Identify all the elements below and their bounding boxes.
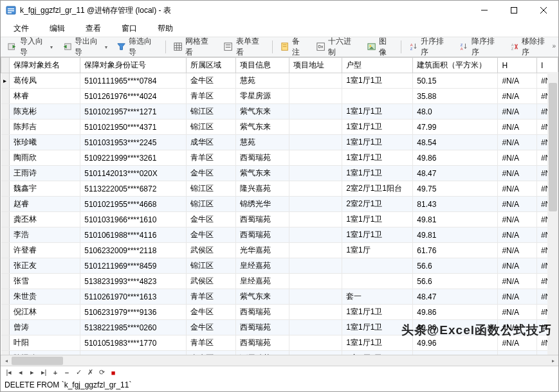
cell[interactable] (342, 89, 413, 104)
vertical-scrollbar[interactable] (547, 72, 558, 355)
table-row[interactable]: 陶雨欣5109221999****3261青羊区西蜀瑞苑1室1厅1卫49.86#… (1, 150, 558, 166)
cell[interactable]: #N/A (498, 305, 537, 320)
sort-desc-button[interactable]: ZA降序排序 (455, 35, 504, 59)
cell[interactable]: 锦江区 (187, 258, 236, 274)
table-row[interactable]: 王雨诗5101142013****020X金牛区紫气东来1室1厅1卫48.47#… (1, 166, 558, 181)
cell[interactable]: 慧苑 (236, 135, 289, 150)
cell[interactable]: 1室1厅1卫 (342, 335, 413, 351)
cell[interactable]: 葛传凤 (10, 73, 80, 89)
cell[interactable]: #N/A (498, 197, 537, 212)
cell[interactable]: #N/A (498, 150, 537, 166)
cell[interactable]: 35.88 (413, 89, 498, 104)
cell[interactable]: 1室1厅1卫 (342, 104, 413, 120)
cell[interactable]: 1室1厅1卫 (342, 227, 413, 243)
cell[interactable]: #N/A (498, 320, 537, 335)
cell[interactable]: 5101051983****1770 (80, 335, 187, 351)
column-header[interactable]: 保障对象身份证号 (80, 58, 187, 73)
table-row[interactable]: 葛传凤5101111965****0784金牛区慧苑1室1厅1卫50.15#N/… (1, 73, 558, 89)
cell[interactable]: 1室1厅1卫 (342, 166, 413, 181)
cell[interactable]: 2室2厅1卫1阳台 (342, 181, 413, 197)
row-header[interactable] (1, 166, 10, 181)
menu-view[interactable]: 查看 (75, 21, 111, 37)
cell[interactable]: 5138231993****4823 (80, 274, 187, 289)
column-header[interactable]: 户型 (342, 58, 413, 73)
cell[interactable] (289, 166, 342, 181)
maximize-button[interactable] (499, 1, 529, 20)
cell[interactable]: 套一 (342, 289, 413, 305)
cell[interactable]: 49.96 (413, 335, 498, 351)
cell[interactable]: 5106231979****9136 (80, 305, 187, 320)
cell[interactable] (289, 135, 342, 150)
cell[interactable]: 49.75 (413, 181, 498, 197)
cell[interactable]: 5101261976****4024 (80, 89, 187, 104)
table-row[interactable]: 叶阳5101051983****1770青羊区西蜀瑞苑1室1厅1卫49.96#N… (1, 335, 558, 351)
cell[interactable]: 48.47 (413, 289, 498, 305)
cell[interactable]: 许登睿 (10, 243, 80, 258)
cell[interactable]: 5113222005****6872 (80, 181, 187, 197)
cell[interactable]: 1室1厅1卫 (342, 150, 413, 166)
remove-sort-button[interactable]: AZ移除排序 (506, 35, 555, 59)
cell[interactable]: 金牛区 (187, 212, 236, 227)
export-wizard-button[interactable]: 导出向导▾ (58, 35, 111, 59)
image-button[interactable]: 图像 (363, 35, 398, 59)
form-view-button[interactable]: 表单查看 (219, 35, 269, 59)
cell[interactable]: #N/A (498, 104, 537, 120)
row-header[interactable] (1, 274, 10, 289)
table-row[interactable]: 张正友5101211969****8459锦江区皇经嘉苑56.6#N/A#N (1, 258, 558, 274)
cell[interactable]: 5101021957****1271 (80, 104, 187, 120)
cell[interactable]: 紫气东来 (236, 104, 289, 120)
cell[interactable]: 皇经嘉苑 (236, 258, 289, 274)
cell[interactable]: #N/A (498, 212, 537, 227)
cell[interactable]: 49.86 (413, 150, 498, 166)
table-row[interactable]: 曾涛5138221985****0260金牛区西蜀瑞苑1室1厅1卫49.96#N… (1, 320, 558, 335)
nav-cancel[interactable]: ✗ (84, 368, 96, 378)
nav-prev[interactable]: ◂ (15, 368, 26, 378)
filter-wizard-button[interactable]: 筛选向导 (113, 35, 162, 59)
cell[interactable]: 5101021955****4668 (80, 197, 187, 212)
cell[interactable]: 49.86 (413, 305, 498, 320)
cell[interactable] (289, 150, 342, 166)
cell[interactable]: 赵睿 (10, 197, 80, 212)
cell[interactable]: 47.99 (413, 120, 498, 135)
cell[interactable]: 5138221985****0260 (80, 320, 187, 335)
row-header[interactable] (1, 258, 10, 274)
cell[interactable]: 金牛区 (187, 73, 236, 89)
table-row[interactable]: 林睿5101261976****4024青羊区零星房源35.88#N/A#N (1, 89, 558, 104)
cell[interactable]: #N/A (498, 89, 537, 104)
cell[interactable]: 1室1厅1卫 (342, 305, 413, 320)
nav-stop[interactable]: ■ (107, 368, 119, 378)
cell[interactable]: 1室1厅1卫 (342, 135, 413, 150)
cell[interactable]: 林睿 (10, 89, 80, 104)
grid-view-button[interactable]: 网格查看 (169, 35, 219, 59)
minimize-button[interactable] (470, 1, 499, 20)
cell[interactable]: #N/A (498, 135, 537, 150)
cell[interactable]: 西蜀瑞苑 (236, 320, 289, 335)
column-header[interactable]: 项目地址 (289, 58, 342, 73)
cell[interactable]: 青羊区 (187, 289, 236, 305)
cell[interactable]: 魏鑫宇 (10, 181, 80, 197)
row-header[interactable] (1, 243, 10, 258)
memo-button[interactable]: 备注 (276, 35, 311, 59)
cell[interactable] (289, 181, 342, 197)
table-row[interactable]: 张雪5138231993****4823武侯区皇经嘉苑56.6#N/A#N (1, 274, 558, 289)
nav-commit[interactable]: ✓ (73, 368, 84, 378)
cell[interactable]: 5101021950****4371 (80, 120, 187, 135)
cell[interactable] (289, 227, 342, 243)
cell[interactable]: 青羊区 (187, 150, 236, 166)
cell[interactable]: 61.76 (413, 243, 498, 258)
row-header[interactable] (1, 335, 10, 351)
hscroll-thumb[interactable] (12, 357, 63, 365)
cell[interactable]: #N/A (498, 166, 537, 181)
cell[interactable]: 紫气东来 (236, 166, 289, 181)
cell[interactable]: 56.6 (413, 258, 498, 274)
row-header[interactable] (1, 197, 10, 212)
nav-next[interactable]: ▸ (26, 368, 38, 378)
row-header[interactable] (1, 212, 10, 227)
cell[interactable]: 49.81 (413, 227, 498, 243)
cell[interactable]: 5101142013****020X (80, 166, 187, 181)
cell[interactable]: #N/A (498, 243, 537, 258)
cell[interactable]: 81.43 (413, 197, 498, 212)
cell[interactable]: 张雪 (10, 274, 80, 289)
menu-file[interactable]: 文件 (3, 21, 39, 37)
sort-asc-button[interactable]: AZ升序排序 (405, 35, 454, 59)
